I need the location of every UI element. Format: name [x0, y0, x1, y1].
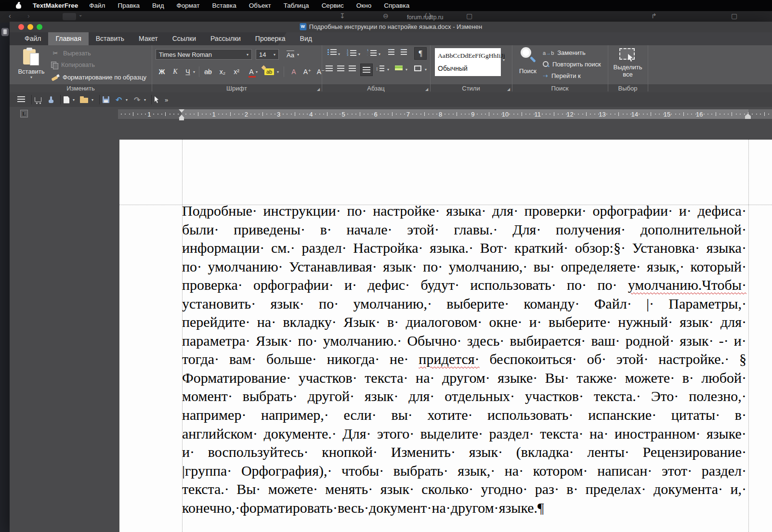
- replace-button[interactable]: a→b Заменить: [543, 49, 586, 56]
- touch-mode-button[interactable]: [48, 92, 54, 107]
- menu-item-4[interactable]: Вид: [152, 2, 164, 9]
- shop-button[interactable]: [35, 92, 41, 107]
- grow-font-button[interactable]: A⁺: [301, 65, 314, 78]
- strikethrough-button[interactable]: ab: [202, 65, 214, 78]
- apple-icon[interactable]: [16, 2, 21, 9]
- toolbar-overflow-button[interactable]: »: [165, 92, 168, 107]
- highlight-dropdown[interactable]: ▾: [275, 65, 281, 78]
- tab-2[interactable]: Главная: [48, 32, 88, 45]
- justify-button[interactable]: [360, 64, 373, 76]
- new-document-button[interactable]: [64, 92, 69, 107]
- font-color-dropdown[interactable]: ▾: [254, 65, 260, 78]
- underline-dropdown[interactable]: ▾: [191, 65, 197, 78]
- tab-stop-selector[interactable]: L: [20, 110, 28, 117]
- clipboard-icon[interactable]: ▢: [466, 12, 472, 20]
- sidebar-toggle-icon[interactable]: [63, 13, 76, 20]
- styles-dialog-launcher[interactable]: ◢: [507, 87, 510, 91]
- ruler-tick: [230, 112, 231, 116]
- ruler-tick: [627, 114, 628, 115]
- copy-button[interactable]: Копировать: [51, 61, 95, 68]
- text-line: Форматирование·участков·текста·на·другом…: [182, 370, 746, 389]
- font-size-combo[interactable]: 14▾: [256, 49, 279, 60]
- forward-icon[interactable]: ›: [27, 12, 30, 20]
- close-button[interactable]: [18, 24, 24, 30]
- goto-button[interactable]: ⇢ Перейти к: [543, 72, 581, 79]
- share-icon[interactable]: ↱: [651, 12, 657, 20]
- font-name-combo[interactable]: Times New Roman▾: [156, 49, 252, 60]
- align-right-button[interactable]: [349, 65, 356, 71]
- font-dialog-launcher[interactable]: ◢: [317, 87, 320, 91]
- format-painter-button[interactable]: Форматирование по образцу: [51, 74, 146, 81]
- minimize-button[interactable]: [27, 24, 33, 30]
- increase-indent-button[interactable]: →: [388, 49, 394, 55]
- horizontal-ruler[interactable]: 112345678910111213141516: [118, 109, 772, 119]
- align-left-button[interactable]: [326, 65, 333, 71]
- extension-icon[interactable]: ⊖: [383, 12, 389, 20]
- highlight-button[interactable]: ab: [262, 65, 276, 78]
- object-mode-button[interactable]: [155, 92, 160, 107]
- line-spacing-button[interactable]: ↕: [376, 65, 384, 71]
- download-icon[interactable]: ↧: [340, 12, 345, 20]
- numbered-list-dropdown[interactable]: ▾: [358, 52, 360, 56]
- open-dropdown[interactable]: ▾: [92, 92, 93, 107]
- styles-dropdown[interactable]: ▾: [503, 58, 505, 62]
- menu-item-8[interactable]: Таблица: [284, 2, 309, 9]
- bullet-list-dropdown[interactable]: ▾: [338, 52, 340, 56]
- window-titlebar[interactable]: W Подробные инструкции по настройке язык…: [10, 22, 772, 32]
- show-formatting-marks-button[interactable]: ¶: [414, 47, 427, 60]
- menu-item-7[interactable]: Объект: [249, 2, 271, 9]
- menu-item-2[interactable]: Файл: [89, 2, 105, 9]
- repeat-search-button[interactable]: Повторить поиск: [543, 61, 601, 68]
- menu-item-9[interactable]: Сервис: [322, 2, 344, 9]
- tab-4[interactable]: Макет: [131, 32, 165, 45]
- borders-dropdown[interactable]: ▾: [425, 67, 427, 72]
- back-icon[interactable]: ‹: [9, 12, 11, 20]
- tab-3[interactable]: Вставить: [89, 32, 131, 45]
- line-spacing-dropdown[interactable]: ▾: [387, 67, 389, 72]
- save-button[interactable]: [103, 92, 109, 107]
- undo-button[interactable]: ↶: [116, 92, 122, 107]
- paragraph-dialog-launcher[interactable]: ◢: [425, 87, 428, 91]
- menu-item-6[interactable]: Вставка: [212, 2, 236, 9]
- tab-5[interactable]: Ссылки: [165, 32, 203, 45]
- ruler-tick: [424, 112, 425, 116]
- paste-button[interactable]: Вставить ▾: [13, 47, 49, 83]
- cut-button[interactable]: ✂ Вырезать: [51, 50, 91, 57]
- tab-6[interactable]: Рассылки: [203, 32, 248, 45]
- tab-1[interactable]: Файл: [17, 32, 48, 45]
- menu-item-10[interactable]: Окно: [356, 2, 371, 9]
- toolbar-menu-button[interactable]: [17, 92, 25, 107]
- shading-dropdown[interactable]: ▾: [406, 67, 407, 72]
- multilevel-list-dropdown[interactable]: ▾: [379, 52, 380, 56]
- desktop-file-icon[interactable]: [1, 28, 9, 36]
- tab-8[interactable]: Вид: [293, 32, 319, 45]
- clear-formatting-button[interactable]: A: [288, 65, 300, 78]
- align-center-button[interactable]: [337, 65, 344, 71]
- menu-item-1[interactable]: TextMakerFree: [33, 2, 78, 9]
- subscript-button[interactable]: x₂: [216, 65, 229, 78]
- tab-7[interactable]: Проверка: [248, 32, 293, 45]
- redo-button[interactable]: ↷: [134, 92, 140, 107]
- menu-item-3[interactable]: Правка: [118, 2, 140, 9]
- zoom-button[interactable]: [37, 24, 42, 30]
- numbered-list-button[interactable]: 123: [347, 49, 356, 56]
- open-button[interactable]: [80, 92, 88, 107]
- document-page[interactable]: Подробные·инструкции·по·настройке·языка·…: [119, 140, 772, 532]
- shading-button[interactable]: [395, 65, 403, 70]
- chevron-down-icon[interactable]: ⌄: [79, 12, 82, 17]
- bold-button[interactable]: Ж: [156, 65, 168, 78]
- multilevel-list-button[interactable]: 1··: [367, 49, 377, 56]
- menu-item-5[interactable]: Формат: [177, 2, 200, 9]
- bullet-list-button[interactable]: [327, 49, 337, 55]
- new-document-dropdown[interactable]: ▾: [73, 92, 75, 107]
- borders-button[interactable]: [414, 65, 421, 71]
- window-icon[interactable]: ▢: [731, 12, 737, 20]
- italic-button[interactable]: К: [169, 65, 182, 78]
- redo-dropdown[interactable]: ▾: [144, 92, 146, 107]
- superscript-button[interactable]: x²: [230, 65, 243, 78]
- decrease-indent-button[interactable]: ←: [401, 49, 407, 55]
- style-preview-box[interactable]: AaBbCcDdEeFfGgHhIiJj Обычный: [435, 48, 501, 76]
- undo-dropdown[interactable]: ▾: [126, 92, 128, 107]
- menu-item-11[interactable]: Справка: [384, 2, 409, 9]
- change-case-button[interactable]: Aa▾: [284, 49, 305, 60]
